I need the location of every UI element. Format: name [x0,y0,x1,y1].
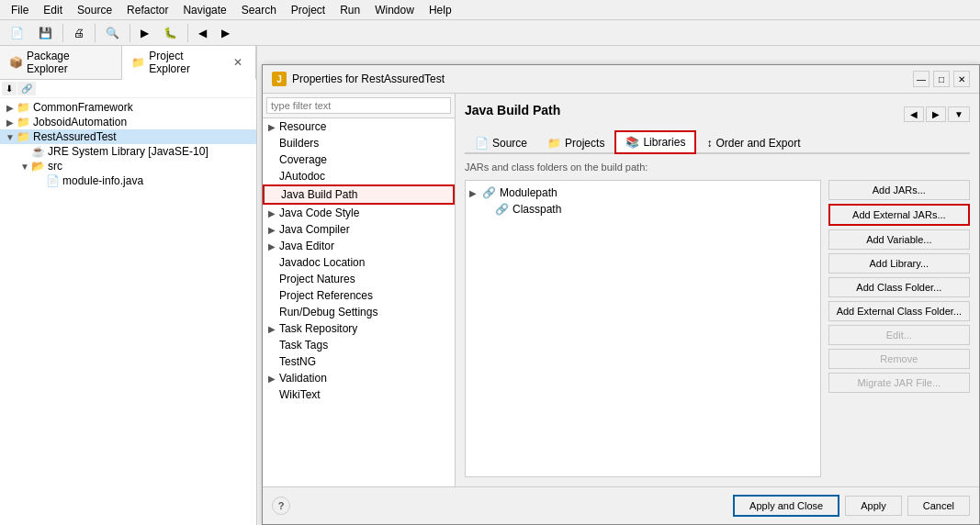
tab-order-export-label: Order and Export [715,137,800,150]
menu-refactor[interactable]: Refactor [119,2,175,18]
forward-arrow-button[interactable]: ▶ [926,106,946,122]
dialog-titlebar: J Properties for RestAssuredTest — □ ✕ [263,65,979,94]
dialog-body: ▶ Resource Builders Coverage JAutodoc [263,94,979,486]
settings-coverage[interactable]: Coverage [263,151,455,168]
settings-task-tags[interactable]: Task Tags [263,337,455,353]
new-button[interactable]: 📄 [4,24,30,42]
tab-source[interactable]: 📄 Source [465,130,537,154]
add-jars-button[interactable]: Add JARs... [828,180,970,200]
maximize-button[interactable]: □ [933,71,950,87]
label-project-references: Project References [279,289,373,302]
arrow-validation: ▶ [268,374,279,384]
settings-resource[interactable]: ▶ Resource [263,118,455,135]
properties-dialog: J Properties for RestAssuredTest — □ ✕ ▶… [262,64,980,525]
arrow-restassuredtest: ▼ [4,132,17,142]
menu-bar: File Edit Source Refactor Navigate Searc… [0,0,980,20]
tab-libraries[interactable]: 📚 Libraries [614,130,696,154]
add-class-folder-button[interactable]: Add Class Folder... [828,277,970,297]
apply-button[interactable]: Apply [845,496,902,516]
label-java-code-style: Java Code Style [279,207,359,219]
cancel-button[interactable]: Cancel [907,496,970,516]
settings-testng[interactable]: TestNG [263,353,455,370]
collapse-all-button[interactable]: ⬇ [2,82,17,95]
label-task-repository: Task Repository [279,322,357,335]
add-external-class-folder-button[interactable]: Add External Class Folder... [828,301,970,321]
add-library-button[interactable]: Add Library... [828,253,970,274]
label-module-info: module-info.java [62,174,143,187]
menu-help[interactable]: Help [422,2,459,18]
menu-run[interactable]: Run [332,2,367,18]
label-coverage: Coverage [279,153,327,166]
menu-file[interactable]: File [4,2,36,18]
content-panel: Java Build Path ◀ ▶ ▼ 📄 Source 📁 [456,94,979,486]
label-validation: Validation [279,372,327,385]
label-java-build-path: Java Build Path [281,188,357,201]
prev-button[interactable]: ◀ [192,24,213,42]
settings-project-natures[interactable]: Project Natures [263,271,455,287]
main-area: 📦 Package Explorer 📁 Project Explorer ✕ … [0,46,980,525]
tree-item-jre[interactable]: ☕ JRE System Library [JavaSE-10] [0,144,256,159]
tree-modulepath[interactable]: ▶ 🔗 Modulepath [469,184,817,201]
label-classpath: Classpath [513,203,561,216]
run-button[interactable]: ▶ [134,24,155,42]
filter-input[interactable] [266,97,451,114]
tree-item-module-info[interactable]: 📄 module-info.java [0,173,256,188]
apply-close-button[interactable]: Apply and Close [733,495,839,517]
arrow-jobsoidautomation: ▶ [4,117,17,128]
menu-source[interactable]: Source [70,2,119,18]
order-export-tab-icon: ↕ [706,137,712,150]
tab-projects-label: Projects [565,137,604,150]
tree-item-commonframework[interactable]: ▶ 📁 CommonFramework [0,100,256,115]
menu-edit[interactable]: Edit [36,2,70,18]
content-title: Java Build Path [465,103,560,117]
help-button[interactable]: ? [272,497,290,515]
remove-button[interactable]: Remove [828,349,970,369]
label-commonframework: CommonFramework [33,101,133,114]
tab-package-explorer[interactable]: 📦 Package Explorer [0,46,122,79]
label-testng: TestNG [279,355,316,368]
link-with-editor-button[interactable]: 🔗 [17,82,36,95]
menu-navigate[interactable]: Navigate [175,2,233,18]
settings-java-build-path[interactable]: Java Build Path [263,184,455,205]
settings-validation[interactable]: ▶ Validation [263,370,455,386]
content-description: JARs and class folders on the build path… [465,162,970,173]
menu-search[interactable]: Search [234,2,284,18]
close-project-explorer[interactable]: ✕ [230,54,246,71]
tree-item-jobsoidautomation[interactable]: ▶ 📁 JobsoidAutomation [0,115,256,129]
tab-order-export[interactable]: ↕ Order and Export [696,130,810,154]
label-builders: Builders [279,137,319,150]
settings-jautodoc[interactable]: JAutodoc [263,168,455,184]
tabs-row: 📄 Source 📁 Projects 📚 Libraries ↕ Order … [465,130,970,154]
tree-item-restassuredtest[interactable]: ▼ 📁 RestAssuredTest [0,129,256,144]
settings-task-repository[interactable]: ▶ Task Repository [263,320,455,337]
close-button[interactable]: ✕ [953,71,970,87]
tree-item-src[interactable]: ▼ 📂 src [0,159,256,173]
menu-project[interactable]: Project [284,2,332,18]
dropdown-arrow-button[interactable]: ▼ [948,106,970,122]
settings-java-editor[interactable]: ▶ Java Editor [263,238,455,254]
add-external-jars-button[interactable]: Add External JARs... [828,204,970,226]
debug-button[interactable]: 🐛 [157,24,184,42]
back-arrow-button[interactable]: ◀ [904,106,924,122]
add-variable-button[interactable]: Add Variable... [828,229,970,250]
settings-run-debug[interactable]: Run/Debug Settings [263,304,455,320]
tab-projects[interactable]: 📁 Projects [537,130,614,154]
print-button[interactable]: 🖨 [67,24,91,42]
settings-java-compiler[interactable]: ▶ Java Compiler [263,221,455,238]
search-button[interactable]: 🔍 [99,24,126,42]
next-button[interactable]: ▶ [215,24,236,42]
explorer-toolbar: ⬇ 🔗 [0,80,256,98]
minimize-button[interactable]: — [913,71,929,87]
settings-project-references[interactable]: Project References [263,287,455,304]
tree-classpath[interactable]: 🔗 Classpath [469,201,817,218]
edit-button[interactable]: Edit... [828,325,970,345]
save-button[interactable]: 💾 [32,24,59,42]
migrate-jar-button[interactable]: Migrate JAR File... [828,373,970,393]
modulepath-icon: 🔗 [482,186,496,199]
settings-wikitext[interactable]: WikiText [263,386,455,403]
settings-javadoc-location[interactable]: Javadoc Location [263,254,455,271]
tab-project-explorer[interactable]: 📁 Project Explorer ✕ [122,46,256,80]
menu-window[interactable]: Window [367,2,422,18]
settings-java-code-style[interactable]: ▶ Java Code Style [263,205,455,221]
settings-builders[interactable]: Builders [263,135,455,151]
